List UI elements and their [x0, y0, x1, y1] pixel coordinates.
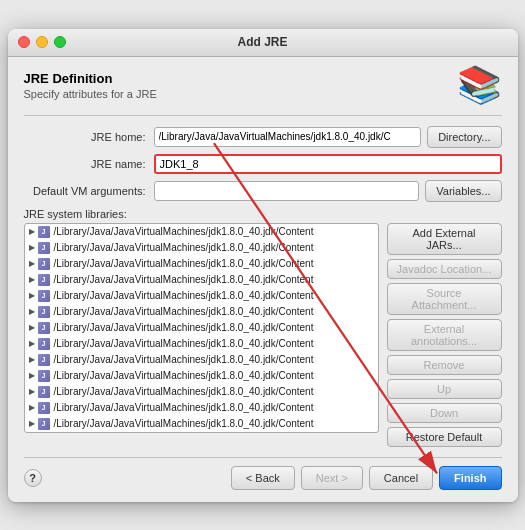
jar-icon: J [37, 273, 51, 287]
help-button[interactable]: ? [24, 469, 42, 487]
expand-arrow: ▶ [29, 419, 35, 428]
jre-name-label: JRE name: [24, 158, 154, 170]
source-attachment-button[interactable]: Source Attachment... [387, 283, 502, 315]
expand-arrow: ▶ [29, 323, 35, 332]
expand-arrow: ▶ [29, 243, 35, 252]
library-path: /Library/Java/JavaVirtualMachines/jdk1.8… [54, 338, 314, 349]
finish-button[interactable]: Finish [439, 466, 501, 490]
list-item[interactable]: ▶ J /Library/Java/JavaVirtualMachines/jd… [25, 368, 378, 384]
list-item[interactable]: ▶ J /Library/Java/JavaVirtualMachines/jd… [25, 416, 378, 432]
jre-home-row: JRE home: Directory... [24, 126, 502, 148]
expand-arrow: ▶ [29, 403, 35, 412]
expand-arrow: ▶ [29, 259, 35, 268]
maximize-button[interactable] [54, 36, 66, 48]
titlebar: Add JRE [8, 29, 518, 57]
list-item[interactable]: ▶ J /Library/Java/JavaVirtualMachines/jd… [25, 240, 378, 256]
jre-name-input[interactable] [154, 154, 502, 174]
library-path: /Library/Java/JavaVirtualMachines/jdk1.8… [54, 226, 314, 237]
directory-button[interactable]: Directory... [427, 126, 501, 148]
header-subtitle: Specify attributes for a JRE [24, 88, 157, 100]
jar-icon: J [37, 417, 51, 431]
variables-button[interactable]: Variables... [425, 180, 501, 202]
footer-right: < Back Next > Cancel Finish [231, 466, 502, 490]
library-path: /Library/Java/JavaVirtualMachines/jdk1.8… [54, 258, 314, 269]
jre-home-input[interactable] [154, 127, 422, 147]
header-title: JRE Definition [24, 71, 157, 86]
minimize-button[interactable] [36, 36, 48, 48]
footer-buttons: ? < Back Next > Cancel Finish [24, 457, 502, 490]
jar-icon: J [37, 337, 51, 351]
back-button[interactable]: < Back [231, 466, 295, 490]
library-path: /Library/Java/JavaVirtualMachines/jdk1.8… [54, 370, 314, 381]
jar-icon: J [37, 241, 51, 255]
list-item[interactable]: ▶ J /Library/Java/JavaVirtualMachines/jd… [25, 400, 378, 416]
default-vm-row: Default VM arguments: Variables... [24, 180, 502, 202]
window-title: Add JRE [237, 35, 287, 49]
list-item[interactable]: ▶ J /Library/Java/JavaVirtualMachines/jd… [25, 288, 378, 304]
default-vm-input[interactable] [154, 181, 420, 201]
external-annotations-button[interactable]: External annotations... [387, 319, 502, 351]
javadoc-location-button[interactable]: Javadoc Location... [387, 259, 502, 279]
expand-arrow: ▶ [29, 355, 35, 364]
list-item[interactable]: ▶ J /Library/Java/JavaVirtualMachines/jd… [25, 272, 378, 288]
cancel-button[interactable]: Cancel [369, 466, 433, 490]
list-item[interactable]: ▶ J /Library/Java/JavaVirtualMachines/jd… [25, 336, 378, 352]
library-path: /Library/Java/JavaVirtualMachines/jdk1.8… [54, 354, 314, 365]
library-path: /Library/Java/JavaVirtualMachines/jdk1.8… [54, 418, 314, 429]
remove-button[interactable]: Remove [387, 355, 502, 375]
jre-name-row: JRE name: [24, 154, 502, 174]
libraries-area: ▶ J /Library/Java/JavaVirtualMachines/jd… [24, 223, 502, 447]
expand-arrow: ▶ [29, 307, 35, 316]
list-item[interactable]: ▶ J /Library/Java/JavaVirtualMachines/jd… [25, 384, 378, 400]
default-vm-label: Default VM arguments: [24, 185, 154, 197]
list-item[interactable]: ▶ J /Library/Java/JavaVirtualMachines/jd… [25, 320, 378, 336]
expand-arrow: ▶ [29, 371, 35, 380]
expand-arrow: ▶ [29, 291, 35, 300]
library-path: /Library/Java/JavaVirtualMachines/jdk1.8… [54, 402, 314, 413]
libraries-label: JRE system libraries: [24, 208, 502, 220]
jre-home-label: JRE home: [24, 131, 154, 143]
library-path: /Library/Java/JavaVirtualMachines/jdk1.8… [54, 242, 314, 253]
library-path: /Library/Java/JavaVirtualMachines/jdk1.8… [54, 322, 314, 333]
jar-icon: J [37, 385, 51, 399]
expand-arrow: ▶ [29, 339, 35, 348]
jar-icon: J [37, 305, 51, 319]
jar-icon: J [37, 289, 51, 303]
jar-icon: J [37, 369, 51, 383]
jar-icon: J [37, 321, 51, 335]
separator [24, 115, 502, 116]
jar-icon: J [37, 225, 51, 239]
expand-arrow: ▶ [29, 387, 35, 396]
library-path: /Library/Java/JavaVirtualMachines/jdk1.8… [54, 306, 314, 317]
header-text: JRE Definition Specify attributes for a … [24, 71, 157, 100]
add-external-jars-button[interactable]: Add External JARs... [387, 223, 502, 255]
header-section: JRE Definition Specify attributes for a … [24, 71, 502, 103]
close-button[interactable] [18, 36, 30, 48]
library-list[interactable]: ▶ J /Library/Java/JavaVirtualMachines/jd… [24, 223, 379, 433]
next-button[interactable]: Next > [301, 466, 363, 490]
list-item[interactable]: ▶ J /Library/Java/JavaVirtualMachines/jd… [25, 256, 378, 272]
library-path: /Library/Java/JavaVirtualMachines/jdk1.8… [54, 386, 314, 397]
jar-icon: J [37, 401, 51, 415]
jar-icon: J [37, 353, 51, 367]
down-button[interactable]: Down [387, 403, 502, 423]
library-path: /Library/Java/JavaVirtualMachines/jdk1.8… [54, 290, 314, 301]
side-buttons: Add External JARs... Javadoc Location...… [387, 223, 502, 447]
expand-arrow: ▶ [29, 275, 35, 284]
up-button[interactable]: Up [387, 379, 502, 399]
traffic-lights[interactable] [18, 36, 66, 48]
restore-default-button[interactable]: Restore Default [387, 427, 502, 447]
jar-icon: J [37, 257, 51, 271]
library-path: /Library/Java/JavaVirtualMachines/jdk1.8… [54, 274, 314, 285]
books-icon: 📚 [457, 67, 502, 103]
footer-left: ? [24, 469, 42, 487]
list-item[interactable]: ▶ J /Library/Java/JavaVirtualMachines/jd… [25, 352, 378, 368]
expand-arrow: ▶ [29, 227, 35, 236]
list-item[interactable]: ▶ J /Library/Java/JavaVirtualMachines/jd… [25, 304, 378, 320]
list-item[interactable]: ▶ J /Library/Java/JavaVirtualMachines/jd… [25, 224, 378, 240]
